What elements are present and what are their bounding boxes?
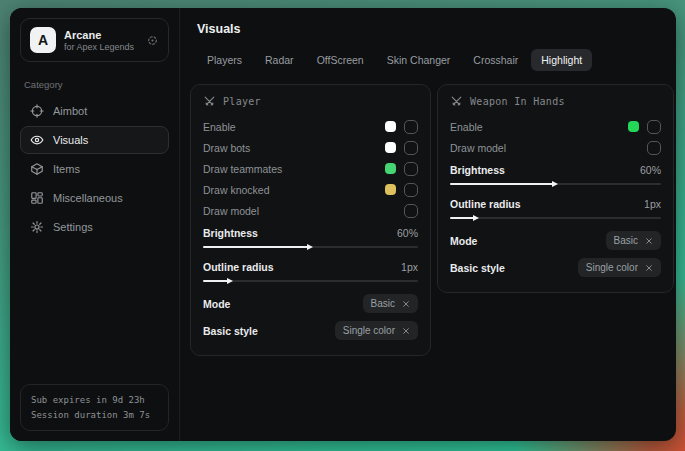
- checkbox[interactable]: [404, 204, 418, 218]
- tab-crosshair[interactable]: Crosshair: [463, 49, 528, 71]
- panel-title: Weapon In Hands: [470, 96, 565, 107]
- tab-players[interactable]: Players: [197, 49, 252, 71]
- app-subtitle: for Apex Legends: [64, 42, 134, 52]
- close-icon[interactable]: [402, 327, 410, 335]
- toggle-row-draw-bots: Draw bots: [203, 137, 418, 158]
- select-label: Mode: [450, 235, 477, 247]
- main-content: Visuals Players Radar OffScreen Skin Cha…: [180, 8, 676, 441]
- chip-value: Single color: [343, 325, 395, 336]
- slider-thumb[interactable]: [473, 215, 479, 221]
- category-label: Category: [24, 79, 165, 90]
- color-swatch[interactable]: [385, 121, 396, 132]
- toggle-row-draw-knocked: Draw knocked: [203, 179, 418, 200]
- slider-label: Brightness: [203, 227, 258, 239]
- checkbox[interactable]: [647, 141, 661, 155]
- toggle-label: Draw model: [203, 205, 259, 217]
- panel-weapon-in-hands: Weapon In Hands Enable Draw model: [437, 84, 674, 293]
- tab-highlight[interactable]: Highlight: [531, 49, 592, 71]
- slider-outline-radius: Outline radius 1px: [450, 194, 661, 214]
- focus-target-icon[interactable]: [146, 34, 159, 47]
- sidebar-item-aimbot[interactable]: Aimbot: [20, 97, 169, 125]
- slider-track[interactable]: [203, 246, 418, 248]
- slider-value: 1px: [644, 198, 661, 210]
- toggle-row-draw-model: Draw model: [203, 200, 418, 221]
- toggle-label: Draw teammates: [203, 163, 282, 175]
- slider-thumb[interactable]: [307, 244, 313, 250]
- page-title: Visuals: [197, 22, 674, 36]
- toggle-label: Enable: [203, 121, 236, 133]
- slider-track[interactable]: [450, 217, 661, 219]
- app-header-card: A Arcane for Apex Legends: [20, 18, 169, 62]
- swords-icon: [203, 95, 216, 108]
- panel-player: Player Enable Draw bots: [190, 84, 431, 356]
- sidebar-item-label: Settings: [53, 221, 93, 233]
- toggle-row-enable: Enable: [203, 116, 418, 137]
- subscription-info: Sub expires in 9d 23h Session duration 3…: [20, 384, 169, 431]
- slider-thumb[interactable]: [552, 181, 558, 187]
- slider-label: Outline radius: [450, 198, 521, 210]
- color-swatch[interactable]: [628, 121, 639, 132]
- slider-brightness: Brightness 60%: [450, 160, 661, 180]
- mode-chip[interactable]: Basic: [363, 294, 418, 313]
- session-duration-text: Session duration 3m 7s: [31, 408, 158, 422]
- grid-icon: [30, 191, 44, 205]
- mode-chip[interactable]: Basic: [606, 231, 661, 250]
- sidebar-item-items[interactable]: Items: [20, 155, 169, 183]
- toggle-row-draw-teammates: Draw teammates: [203, 158, 418, 179]
- slider-value: 1px: [401, 261, 418, 273]
- select-mode: Mode Basic: [203, 291, 418, 316]
- basic-style-chip[interactable]: Single color: [335, 321, 418, 340]
- close-icon[interactable]: [402, 300, 410, 308]
- checkbox[interactable]: [404, 120, 418, 134]
- select-basic-style: Basic style Single color: [450, 255, 661, 280]
- select-mode: Mode Basic: [450, 228, 661, 253]
- close-icon[interactable]: [645, 264, 653, 272]
- tab-skin-changer[interactable]: Skin Changer: [377, 49, 461, 71]
- close-icon[interactable]: [645, 237, 653, 245]
- sidebar: A Arcane for Apex Legends Category Aimbo…: [10, 8, 180, 441]
- tab-bar: Players Radar OffScreen Skin Changer Cro…: [197, 49, 674, 71]
- color-swatch[interactable]: [385, 163, 396, 174]
- sidebar-item-label: Aimbot: [53, 105, 87, 117]
- swords-icon: [450, 95, 463, 108]
- slider-value: 60%: [640, 164, 661, 176]
- app-window: A Arcane for Apex Legends Category Aimbo…: [10, 8, 676, 441]
- gear-icon: [30, 220, 44, 234]
- tab-offscreen[interactable]: OffScreen: [307, 49, 374, 71]
- slider-label: Outline radius: [203, 261, 274, 273]
- basic-style-chip[interactable]: Single color: [578, 258, 661, 277]
- select-label: Basic style: [450, 262, 505, 274]
- color-swatch[interactable]: [385, 184, 396, 195]
- slider-outline-radius: Outline radius 1px: [203, 257, 418, 277]
- sidebar-item-label: Items: [53, 163, 80, 175]
- select-label: Basic style: [203, 325, 258, 337]
- chip-value: Basic: [371, 298, 395, 309]
- slider-track[interactable]: [450, 183, 661, 185]
- checkbox[interactable]: [647, 120, 661, 134]
- slider-label: Brightness: [450, 164, 505, 176]
- slider-track[interactable]: [203, 280, 418, 282]
- chip-value: Basic: [614, 235, 638, 246]
- slider-brightness: Brightness 60%: [203, 223, 418, 243]
- toggle-label: Draw model: [450, 142, 506, 154]
- sidebar-item-visuals[interactable]: Visuals: [20, 126, 169, 154]
- chip-value: Single color: [586, 262, 638, 273]
- app-logo: A: [30, 27, 56, 53]
- toggle-label: Draw bots: [203, 142, 250, 154]
- toggle-row-enable: Enable: [450, 116, 661, 137]
- checkbox[interactable]: [404, 183, 418, 197]
- eye-icon: [30, 133, 44, 147]
- app-name: Arcane: [64, 29, 134, 41]
- select-label: Mode: [203, 298, 230, 310]
- package-icon: [30, 162, 44, 176]
- panel-title: Player: [223, 96, 261, 107]
- slider-thumb[interactable]: [227, 278, 233, 284]
- sidebar-item-label: Visuals: [53, 134, 88, 146]
- checkbox[interactable]: [404, 141, 418, 155]
- tab-radar[interactable]: Radar: [255, 49, 304, 71]
- color-swatch[interactable]: [385, 142, 396, 153]
- sidebar-item-miscellaneous[interactable]: Miscellaneous: [20, 184, 169, 212]
- checkbox[interactable]: [404, 162, 418, 176]
- sidebar-item-settings[interactable]: Settings: [20, 213, 169, 241]
- sidebar-item-label: Miscellaneous: [53, 192, 123, 204]
